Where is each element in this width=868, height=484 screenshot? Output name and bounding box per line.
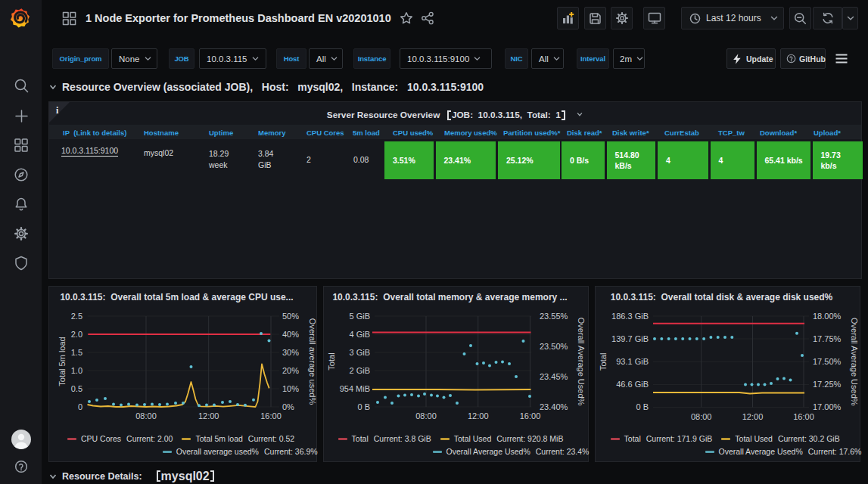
svg-text:1.5: 1.5 [71,348,82,357]
svg-text:Total: Total [599,353,608,371]
svg-text:Overall Average Used%: Overall Average Used% [850,318,859,406]
svg-text:17.75%: 17.75% [813,334,842,343]
svg-text:0 B: 0 B [357,402,370,411]
svg-text:17.00%: 17.00% [813,402,842,411]
svg-text:93.1 GiB: 93.1 GiB [616,357,649,366]
svg-text:4 GiB: 4 GiB [349,330,370,339]
svg-text:17.25%: 17.25% [813,380,842,389]
svg-text:0.5: 0.5 [71,384,82,393]
svg-text:08:00: 08:00 [415,411,437,420]
svg-text:08:00: 08:00 [135,411,157,420]
svg-text:17.50%: 17.50% [813,357,842,366]
svg-text:08:00: 08:00 [691,412,712,421]
svg-text:2.0: 2.0 [71,330,82,339]
svg-text:16:00: 16:00 [793,412,814,421]
svg-text:12:00: 12:00 [198,411,219,420]
svg-text:0 B: 0 B [636,402,649,411]
svg-text:12:00: 12:00 [742,412,764,421]
svg-text:Total: Total [327,352,336,370]
svg-text:0: 0 [78,402,82,411]
svg-text:46.6 GiB: 46.6 GiB [616,380,649,389]
svg-text:23.50%: 23.50% [540,342,568,351]
svg-text:18.00%: 18.00% [813,312,842,321]
svg-text:40%: 40% [282,330,299,339]
svg-text:139.7 GiB: 139.7 GiB [611,334,649,343]
svg-text:12:00: 12:00 [468,411,489,420]
svg-text:23.40%: 23.40% [540,402,568,411]
svg-text:Total 5m load: Total 5m load [58,337,67,386]
svg-text:5 GiB: 5 GiB [349,312,370,321]
svg-text:50%: 50% [282,312,299,321]
svg-text:Overall Average Used%: Overall Average Used% [577,318,586,406]
svg-text:Overall average used%: Overall average used% [308,318,317,405]
svg-text:23.45%: 23.45% [540,372,568,381]
svg-text:10%: 10% [282,384,299,393]
svg-text:0%: 0% [282,402,294,411]
svg-text:1.0: 1.0 [71,366,82,375]
svg-text:186.3 GiB: 186.3 GiB [611,312,649,321]
svg-text:16:00: 16:00 [520,411,541,420]
svg-text:20%: 20% [282,366,299,375]
svg-text:16:00: 16:00 [260,411,282,420]
svg-text:23.55%: 23.55% [540,312,568,321]
svg-text:3 GiB: 3 GiB [349,348,370,357]
svg-text:954 MiB: 954 MiB [340,384,370,393]
svg-text:30%: 30% [282,348,299,357]
svg-text:2.5: 2.5 [71,312,82,321]
svg-text:2 GiB: 2 GiB [349,366,370,375]
